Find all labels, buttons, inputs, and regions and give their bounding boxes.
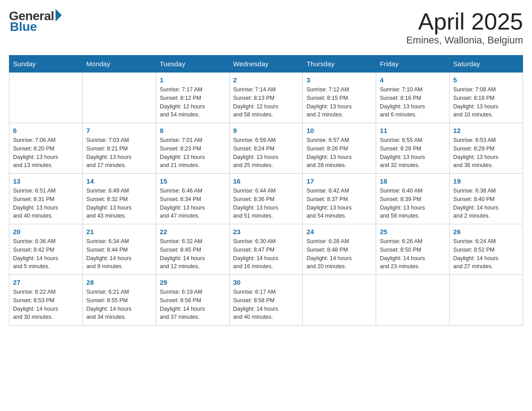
day-info: Sunrise: 6:51 AMSunset: 8:31 PMDaylight:…: [13, 187, 79, 220]
day-info: Sunrise: 6:49 AMSunset: 8:32 PMDaylight:…: [86, 187, 152, 220]
calendar-cell: 1Sunrise: 7:17 AMSunset: 8:12 PMDaylight…: [156, 73, 229, 123]
calendar-cell: 2Sunrise: 7:14 AMSunset: 8:13 PMDaylight…: [229, 73, 303, 123]
day-number: 12: [453, 127, 519, 134]
day-number: 6: [13, 127, 79, 134]
calendar-cell: [9, 73, 83, 123]
day-number: 9: [233, 127, 299, 134]
day-number: 11: [380, 127, 446, 134]
calendar-cell: 21Sunrise: 6:34 AMSunset: 8:44 PMDayligh…: [82, 224, 156, 275]
page-header: General Blue April 2025 Emines, Wallonia…: [9, 9, 523, 46]
day-number: 8: [160, 127, 226, 134]
day-info: Sunrise: 6:44 AMSunset: 8:36 PMDaylight:…: [233, 187, 299, 220]
day-info: Sunrise: 6:21 AMSunset: 8:55 PMDaylight:…: [86, 288, 152, 321]
calendar-cell: 16Sunrise: 6:44 AMSunset: 8:36 PMDayligh…: [229, 174, 303, 224]
day-number: 23: [233, 228, 299, 235]
calendar-week-4: 20Sunrise: 6:36 AMSunset: 8:42 PMDayligh…: [9, 224, 523, 275]
day-number: 13: [13, 177, 79, 185]
day-number: 18: [380, 177, 446, 185]
day-info: Sunrise: 6:30 AMSunset: 8:47 PMDaylight:…: [233, 237, 299, 271]
calendar-cell: 26Sunrise: 6:24 AMSunset: 8:52 PMDayligh…: [450, 224, 523, 275]
page-title: April 2025: [406, 9, 523, 34]
calendar-cell: 10Sunrise: 6:57 AMSunset: 8:26 PMDayligh…: [303, 123, 376, 174]
day-info: Sunrise: 6:57 AMSunset: 8:26 PMDaylight:…: [306, 136, 372, 170]
day-info: Sunrise: 7:17 AMSunset: 8:12 PMDaylight:…: [160, 86, 226, 119]
page-subtitle: Emines, Wallonia, Belgium: [406, 34, 523, 46]
day-info: Sunrise: 6:55 AMSunset: 8:28 PMDaylight:…: [380, 136, 446, 170]
calendar-cell: 6Sunrise: 7:06 AMSunset: 8:20 PMDaylight…: [9, 123, 83, 174]
calendar-cell: 18Sunrise: 6:40 AMSunset: 8:39 PMDayligh…: [376, 174, 450, 224]
day-info: Sunrise: 7:01 AMSunset: 8:23 PMDaylight:…: [160, 136, 226, 170]
day-number: 30: [233, 278, 299, 286]
calendar-cell: 19Sunrise: 6:38 AMSunset: 8:40 PMDayligh…: [450, 174, 523, 224]
day-info: Sunrise: 7:10 AMSunset: 8:16 PMDaylight:…: [380, 86, 446, 119]
calendar-cell: 28Sunrise: 6:21 AMSunset: 8:55 PMDayligh…: [82, 275, 156, 325]
calendar-week-3: 13Sunrise: 6:51 AMSunset: 8:31 PMDayligh…: [9, 174, 523, 224]
day-info: Sunrise: 6:19 AMSunset: 8:56 PMDaylight:…: [160, 288, 226, 321]
day-number: 21: [86, 228, 152, 235]
calendar-cell: 12Sunrise: 6:53 AMSunset: 8:29 PMDayligh…: [450, 123, 523, 174]
day-info: Sunrise: 7:08 AMSunset: 8:18 PMDaylight:…: [453, 86, 519, 119]
calendar-cell: [376, 275, 450, 325]
day-number: 17: [306, 177, 372, 185]
title-section: April 2025 Emines, Wallonia, Belgium: [406, 9, 523, 46]
day-info: Sunrise: 7:03 AMSunset: 8:21 PMDaylight:…: [86, 136, 152, 170]
calendar-cell: 13Sunrise: 6:51 AMSunset: 8:31 PMDayligh…: [9, 174, 83, 224]
calendar-cell: 7Sunrise: 7:03 AMSunset: 8:21 PMDaylight…: [82, 123, 156, 174]
day-info: Sunrise: 7:14 AMSunset: 8:13 PMDaylight:…: [233, 86, 299, 119]
day-info: Sunrise: 6:42 AMSunset: 8:37 PMDaylight:…: [306, 187, 372, 220]
calendar-cell: 25Sunrise: 6:26 AMSunset: 8:50 PMDayligh…: [376, 224, 450, 275]
calendar-cell: 11Sunrise: 6:55 AMSunset: 8:28 PMDayligh…: [376, 123, 450, 174]
calendar-header: SundayMondayTuesdayWednesdayThursdayFrid…: [9, 56, 523, 73]
day-info: Sunrise: 6:53 AMSunset: 8:29 PMDaylight:…: [453, 136, 519, 170]
calendar-cell: 8Sunrise: 7:01 AMSunset: 8:23 PMDaylight…: [156, 123, 229, 174]
day-number: 19: [453, 177, 519, 185]
day-number: 5: [453, 76, 519, 84]
calendar-cell: [303, 275, 376, 325]
calendar-cell: 20Sunrise: 6:36 AMSunset: 8:42 PMDayligh…: [9, 224, 83, 275]
calendar-cell: 14Sunrise: 6:49 AMSunset: 8:32 PMDayligh…: [82, 174, 156, 224]
logo: General Blue: [9, 9, 62, 34]
day-info: Sunrise: 6:22 AMSunset: 8:53 PMDaylight:…: [13, 288, 79, 321]
calendar-cell: 4Sunrise: 7:10 AMSunset: 8:16 PMDaylight…: [376, 73, 450, 123]
day-number: 24: [306, 228, 372, 235]
header-day-thursday: Thursday: [303, 56, 376, 73]
day-info: Sunrise: 6:38 AMSunset: 8:40 PMDaylight:…: [453, 187, 519, 220]
day-number: 15: [160, 177, 226, 185]
header-day-saturday: Saturday: [450, 56, 523, 73]
day-number: 16: [233, 177, 299, 185]
day-number: 20: [13, 228, 79, 235]
calendar-cell: [450, 275, 523, 325]
day-number: 4: [380, 76, 446, 84]
header-row: SundayMondayTuesdayWednesdayThursdayFrid…: [9, 56, 523, 73]
day-number: 22: [160, 228, 226, 235]
day-info: Sunrise: 6:36 AMSunset: 8:42 PMDaylight:…: [13, 237, 79, 271]
day-number: 28: [86, 278, 152, 286]
day-number: 7: [86, 127, 152, 134]
day-info: Sunrise: 6:17 AMSunset: 8:58 PMDaylight:…: [233, 288, 299, 321]
calendar-cell: 9Sunrise: 6:59 AMSunset: 8:24 PMDaylight…: [229, 123, 303, 174]
header-day-tuesday: Tuesday: [156, 56, 229, 73]
day-info: Sunrise: 7:12 AMSunset: 8:15 PMDaylight:…: [306, 86, 372, 119]
day-info: Sunrise: 6:34 AMSunset: 8:44 PMDaylight:…: [86, 237, 152, 271]
calendar-cell: 3Sunrise: 7:12 AMSunset: 8:15 PMDaylight…: [303, 73, 376, 123]
header-day-monday: Monday: [82, 56, 156, 73]
day-number: 27: [13, 278, 79, 286]
calendar-cell: 15Sunrise: 6:46 AMSunset: 8:34 PMDayligh…: [156, 174, 229, 224]
day-number: 10: [306, 127, 372, 134]
calendar-body: 1Sunrise: 7:17 AMSunset: 8:12 PMDaylight…: [9, 73, 523, 325]
calendar-week-5: 27Sunrise: 6:22 AMSunset: 8:53 PMDayligh…: [9, 275, 523, 325]
day-info: Sunrise: 6:26 AMSunset: 8:50 PMDaylight:…: [380, 237, 446, 271]
calendar-cell: 27Sunrise: 6:22 AMSunset: 8:53 PMDayligh…: [9, 275, 83, 325]
day-info: Sunrise: 6:59 AMSunset: 8:24 PMDaylight:…: [233, 136, 299, 170]
day-number: 25: [380, 228, 446, 235]
day-info: Sunrise: 6:40 AMSunset: 8:39 PMDaylight:…: [380, 187, 446, 220]
calendar-week-1: 1Sunrise: 7:17 AMSunset: 8:12 PMDaylight…: [9, 73, 523, 123]
calendar-cell: 22Sunrise: 6:32 AMSunset: 8:45 PMDayligh…: [156, 224, 229, 275]
calendar-cell: 23Sunrise: 6:30 AMSunset: 8:47 PMDayligh…: [229, 224, 303, 275]
logo-triangle-icon: [56, 9, 62, 21]
day-number: 2: [233, 76, 299, 84]
day-number: 1: [160, 76, 226, 84]
day-number: 14: [86, 177, 152, 185]
calendar-table: SundayMondayTuesdayWednesdayThursdayFrid…: [9, 55, 523, 325]
day-number: 29: [160, 278, 226, 286]
